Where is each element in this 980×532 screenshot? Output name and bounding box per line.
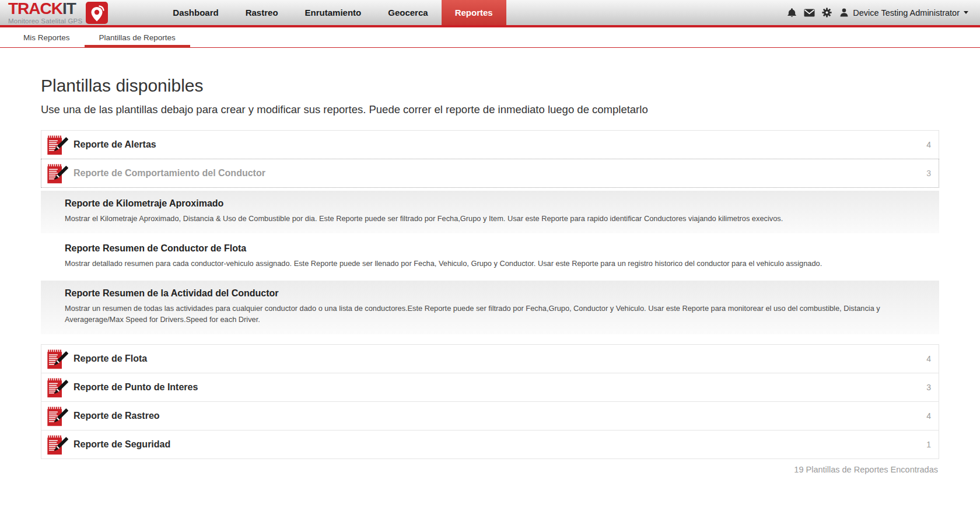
- brand-tagline: Monitoreo Satelital GPS: [8, 18, 82, 24]
- brand-title-track: TRACK: [8, 0, 62, 18]
- templates-found-summary: 19 Plantillas de Reportes Encontradas: [41, 459, 939, 474]
- report-template-icon: [47, 376, 68, 400]
- page-title: Plantillas disponibles: [41, 76, 939, 96]
- template-row-comportamiento-del-conductor[interactable]: Reporte de Comportamiento del Conductor …: [41, 159, 939, 188]
- template-row-label: Reporte de Alertas: [74, 139, 156, 150]
- report-template-icon: [47, 404, 68, 428]
- sub-template-description: Mostrar un resumen de todas las activida…: [65, 303, 916, 326]
- sub-template-description: Mostrar el Kilometraje Aproximado, Dista…: [65, 213, 916, 225]
- nav-item-rastreo[interactable]: Rastreo: [232, 0, 292, 25]
- template-row-seguridad[interactable]: Reporte de Seguridad 1: [41, 430, 939, 459]
- user-icon: [839, 8, 849, 18]
- brand-title-it: IT: [62, 0, 76, 18]
- mail-icon[interactable]: [800, 4, 818, 22]
- gear-icon[interactable]: [818, 4, 835, 22]
- template-row-label: Reporte de Flota: [74, 354, 147, 364]
- nav-item-enrutamiento[interactable]: Enrutamiento: [292, 0, 375, 25]
- location-pin-icon: [86, 2, 108, 24]
- brand-logo[interactable]: TRACKIT Monitoreo Satelital GPS: [0, 0, 114, 25]
- nav-item-reportes[interactable]: Reportes: [442, 0, 506, 25]
- template-row-label: Reporte de Rastreo: [74, 411, 160, 421]
- user-menu[interactable]: Device Testing Administrator: [839, 8, 968, 18]
- template-row-label: Reporte de Comportamiento del Conductor: [74, 168, 265, 178]
- top-header: TRACKIT Monitoreo Satelital GPS Dashboar…: [0, 0, 980, 27]
- sub-template-title: Reporte Resumen de la Actividad del Cond…: [65, 288, 916, 299]
- template-row-count: 3: [926, 383, 939, 392]
- template-row-flota[interactable]: Reporte de Flota 4: [41, 344, 939, 373]
- sub-template-resumen-actividad-conductor[interactable]: Reporte Resumen de la Actividad del Cond…: [41, 281, 939, 335]
- template-row-rastreo[interactable]: Reporte de Rastreo 4: [41, 401, 939, 430]
- user-name: Device Testing Administrator: [853, 8, 960, 18]
- nav-item-geocerca[interactable]: Geocerca: [374, 0, 441, 25]
- bell-icon[interactable]: [783, 4, 800, 22]
- tab-plantillas-de-reportes[interactable]: Plantillas de Reportes: [85, 27, 190, 47]
- template-row-label: Reporte de Punto de Interes: [74, 382, 198, 393]
- report-template-icon: [47, 347, 68, 371]
- header-right-controls: Device Testing Administrator: [783, 0, 980, 25]
- template-row-punto-de-interes[interactable]: Reporte de Punto de Interes 3: [41, 373, 939, 402]
- sub-template-description: Mostrar detallado resumen para cada cond…: [65, 258, 916, 270]
- report-template-icon: [47, 133, 68, 157]
- sub-template-title: Reporte Resumen de Conductor de Flota: [65, 243, 916, 254]
- reports-tabbar: Mis Reportes Plantillas de Reportes: [0, 27, 980, 48]
- template-list: Reporte de Alertas 4: [41, 130, 939, 459]
- brand-title: TRACKIT: [8, 1, 82, 17]
- sub-template-title: Reporte de Kilometraje Aproximado: [65, 198, 916, 209]
- nav-item-dashboard[interactable]: Dashboard: [159, 0, 232, 25]
- template-row-count: 4: [926, 140, 939, 149]
- template-row-count: 3: [926, 169, 939, 178]
- report-template-icon: [47, 433, 68, 457]
- sub-template-resumen-conductor-flota[interactable]: Reporte Resumen de Conductor de Flota Mo…: [41, 233, 939, 281]
- main-content: Plantillas disponibles Use una de las pl…: [0, 76, 980, 474]
- brand-logo-text: TRACKIT Monitoreo Satelital GPS: [8, 1, 82, 24]
- expanded-template-panel: Reporte de Kilometraje Aproximado Mostra…: [41, 188, 939, 334]
- chevron-down-icon: [964, 11, 968, 14]
- template-row-label: Reporte de Seguridad: [74, 439, 170, 450]
- template-row-count: 4: [926, 411, 939, 421]
- report-template-icon: [47, 162, 68, 186]
- template-row-count: 1: [926, 440, 939, 449]
- template-row-count: 4: [926, 354, 939, 363]
- sub-template-kilometraje-aproximado[interactable]: Reporte de Kilometraje Aproximado Mostra…: [41, 191, 939, 233]
- template-row-alertas[interactable]: Reporte de Alertas 4: [41, 130, 939, 159]
- tab-mis-reportes[interactable]: Mis Reportes: [9, 27, 85, 47]
- page-subtitle: Use una de las plantillas debajo para cr…: [41, 103, 939, 116]
- main-nav: Dashboard Rastreo Enrutamiento Geocerca …: [159, 0, 506, 25]
